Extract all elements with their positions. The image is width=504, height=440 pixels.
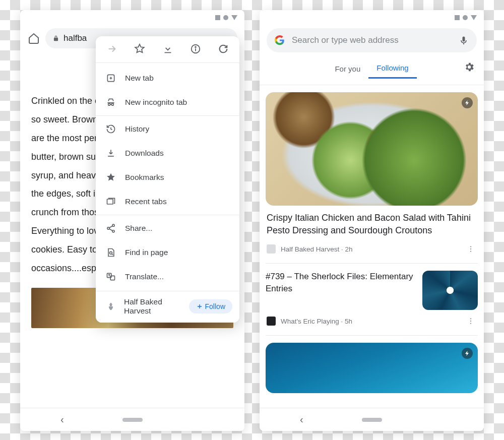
card-more-button[interactable] [465,243,477,255]
menu-translate[interactable]: Translate... [96,265,239,289]
menu-bookmarks[interactable]: Bookmarks [96,165,239,190]
overflow-menu: New tab New incognito tab History Downlo… [96,36,239,323]
find-in-page-icon [106,247,116,258]
menu-icon-row [96,36,239,61]
card-thumbnail [422,271,478,310]
follow-button-label: Follow [205,302,225,310]
svg-point-26 [470,323,471,324]
svg-line-14 [109,229,112,231]
back-button[interactable]: ‹ [300,414,303,425]
menu-label: New incognito tab [125,98,187,107]
status-bar-icons [455,15,477,20]
google-logo-icon [275,35,285,45]
card-source: Half Baked Harvest · 2h [281,245,353,253]
feed-card-partial[interactable] [266,343,478,393]
menu-label: Recent tabs [125,197,167,206]
feed-container: Crispy Italian Chicken and Bacon Salad w… [260,85,484,408]
menu-label: New tab [125,74,154,83]
source-favicon-icon [267,317,276,326]
feed-tabs: For you Following [260,56,484,85]
menu-history[interactable]: History [96,117,239,141]
menu-downloads[interactable]: Downloads [96,141,239,165]
nav-pill[interactable] [122,418,143,422]
svg-point-24 [470,319,471,320]
downloads-icon [106,148,116,158]
phone-right-chrome-feed: Search or type web address For you Follo… [260,10,484,431]
card-hero-image [266,92,478,206]
star-filled-icon [106,172,116,182]
plus-square-icon [106,73,116,83]
feed-card[interactable]: #739 – The Sherlock Files: Elementary En… [260,264,484,310]
reload-icon[interactable] [217,43,229,54]
svg-point-10 [112,224,114,226]
svg-point-6 [108,103,110,105]
follow-button[interactable]: Follow [189,299,232,313]
menu-new-tab[interactable]: New tab [96,66,239,90]
history-icon [106,124,116,134]
card-meta: Half Baked Harvest · 2h [266,239,478,261]
feed-card[interactable]: Crispy Italian Chicken and Bacon Salad w… [266,92,478,261]
info-icon[interactable] [190,43,202,54]
site-favicon-icon [106,301,116,311]
svg-point-21 [470,246,471,247]
system-nav-bar: ‹ [20,408,244,431]
menu-label: Downloads [125,149,164,158]
search-placeholder: Search or type web address [292,35,452,45]
menu-label: Translate... [125,272,164,281]
svg-line-13 [109,226,112,228]
svg-point-15 [110,252,112,254]
mic-icon[interactable] [459,34,469,46]
incognito-icon [106,97,116,107]
svg-point-7 [111,103,113,105]
menu-label: Bookmarks [125,173,164,182]
recent-tabs-icon [106,197,116,207]
translate-icon [106,272,116,282]
bookmark-star-icon[interactable] [134,43,146,54]
menu-find-in-page[interactable]: Find in page [96,240,239,265]
tab-following[interactable]: Following [368,61,416,79]
menu-label: History [125,124,149,134]
nav-pill[interactable] [362,418,382,422]
menu-follow-row: Half Baked Harvest Follow [96,291,239,323]
menu-label: Find in page [125,248,168,257]
home-button[interactable] [27,32,40,45]
back-button[interactable]: ‹ [60,414,64,425]
amp-bolt-icon [462,348,473,359]
svg-point-22 [470,248,471,249]
svg-point-23 [470,251,471,252]
phone-left-chrome-menu: halfba HALF HAR Crinkled on the outside,… [20,10,244,431]
system-nav-bar: ‹ [260,408,484,431]
menu-share[interactable]: Share... [96,216,239,240]
card-source: What's Eric Playing · 5h [281,318,352,325]
amp-bolt-icon [462,97,473,108]
menu-label: Share... [125,224,152,233]
status-bar-icons [215,15,237,20]
omnibox-text: halfba [64,33,87,43]
card-meta: What's Eric Playing · 5h [260,310,484,333]
menu-recent-tabs[interactable]: Recent tabs [96,190,239,214]
lock-icon [52,35,59,42]
svg-point-11 [107,227,109,229]
forward-icon[interactable] [106,43,118,54]
svg-point-25 [470,321,471,322]
card-headline: Crispy Italian Chicken and Bacon Salad w… [267,212,477,237]
source-favicon-icon [267,244,276,254]
feed-settings-button[interactable] [464,61,475,73]
card-headline: #739 – The Sherlock Files: Elementary En… [266,271,414,310]
card-more-button[interactable] [465,315,477,327]
search-box[interactable]: Search or type web address [267,28,477,52]
follow-site-name: Half Baked Harvest [124,297,189,316]
svg-point-12 [112,230,114,232]
tab-for-you[interactable]: For you [327,62,368,78]
download-icon[interactable] [162,43,174,54]
svg-point-2 [195,46,196,47]
svg-line-16 [112,254,113,255]
menu-new-incognito[interactable]: New incognito tab [96,90,239,114]
svg-rect-9 [107,199,113,204]
share-icon [106,223,116,233]
